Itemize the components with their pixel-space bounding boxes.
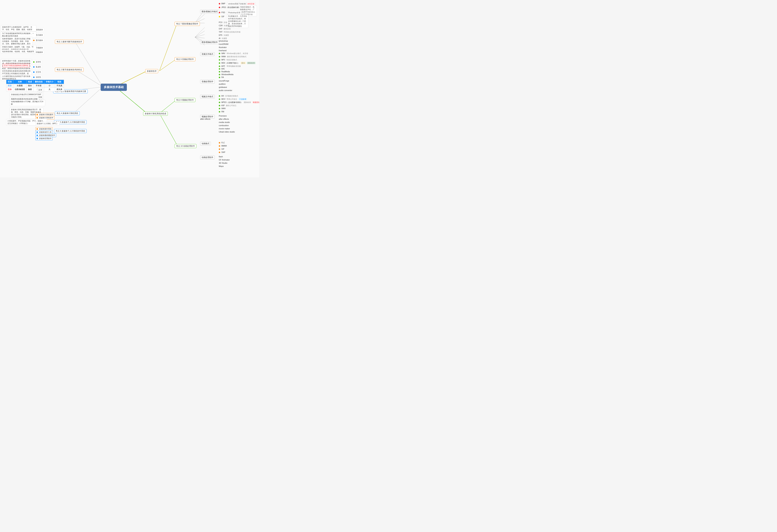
asw-gw: goldwave: [219, 86, 227, 88]
branch-kp6: 考点 6 多媒体个人计算机软件系统: [54, 129, 87, 133]
effects-label: after effects: [200, 118, 210, 120]
wmv-label: WMV: [221, 108, 226, 109]
transmit-media-label: 传输媒体: [36, 51, 43, 53]
fmt-psd: PSD: [219, 11, 225, 13]
cdr-desc: 矢量图: [224, 25, 229, 26]
dot-wmv: [219, 108, 220, 109]
wav-label: WAV: [221, 52, 225, 55]
af-rm: RealMedia: [219, 71, 230, 73]
svg-line-9: [159, 113, 177, 145]
af-aiff: AIFF 苹果电脑标准音频: [219, 65, 241, 68]
sense-media-desc: 直接作用于人的感觉器官，如声音、文字、语音、声音、图像、图形、动画等: [1, 25, 36, 31]
branch-multimedia-comp: 多媒体计算机系统的组成: [143, 112, 168, 116]
area-main-label: 区别于传统信息媒体的主要特征: [3, 64, 29, 67]
cell-scale2: 易失真: [55, 88, 64, 91]
asw-3ds: 3D Studio: [219, 162, 227, 164]
interactive-label: 交互性: [36, 71, 41, 73]
dot-ra: [219, 77, 220, 78]
branch-kp7: 考点 7 图形/图像处理软件: [175, 22, 200, 26]
af-mmm: MMM4: [219, 145, 227, 147]
kp5-mpc-label: 多媒体个人计算机（MPC）: [35, 122, 60, 126]
kp2-interactive: 交互性: [32, 70, 42, 74]
kp4-hw: 多媒体计算机硬件: [35, 113, 54, 116]
center-node: 多媒体技术基础: [101, 84, 127, 91]
af-wav: WAV Windows默认格式，未压缩: [219, 52, 248, 55]
aiff-desc: 苹果电脑标准音频: [227, 65, 241, 67]
sw-photoshop: photoshop: [219, 40, 228, 42]
asw-gfa: GF Animator: [219, 159, 230, 161]
kp2-integrated: 集成性: [32, 65, 42, 69]
image-sw-label: 图形/图像处理软件: [200, 40, 219, 44]
svg-line-17: [195, 37, 205, 38]
branch-kp4: 考点 4 多媒体计算机系统: [55, 111, 80, 115]
image-file-format-label: 图形/图像文件格式: [200, 10, 219, 13]
kp6-cap-label: 多媒体素材捕捉软件: [39, 134, 55, 136]
table-row-image: 图像 信图/像素图 像素 丰富 大 易失真: [6, 88, 64, 91]
dot-blue: [33, 66, 34, 68]
bmp-note: 未经压缩: [246, 2, 255, 6]
dot-wav: [219, 53, 220, 54]
vf-rm: RM: [219, 111, 224, 113]
vsw-ae: after effects: [219, 118, 229, 120]
fmt-pcx: PCX 压缩: [219, 21, 227, 24]
cell-type1: 图形: [6, 84, 13, 88]
dot-kp6-app: [36, 138, 38, 139]
cell-scale1: 不失真: [55, 84, 64, 88]
dot-rm-a: [219, 71, 220, 73]
mind-map-canvas: 多媒体技术基础 多媒体技术 多媒体计算机系统的组成 考点 1 媒体与数字多媒体技…: [0, 0, 259, 177]
wma-label: WMA: [221, 56, 226, 58]
cell-compose2: 像素: [26, 88, 33, 91]
diverse-label: 多样性: [36, 61, 41, 63]
psd-label: PSD: [221, 11, 225, 13]
fmt-ai: AI 矢量图: [219, 37, 227, 40]
dot-blue3: [33, 77, 34, 78]
dot-wm: [219, 74, 220, 75]
vf-mpeg: MPEG（运动图像专家组） 国际标准 有损压缩: [219, 101, 259, 104]
asf-desc: 微软公司创立: [226, 105, 236, 106]
svg-line-16: [195, 34, 205, 37]
sense-media-label: 感觉媒体: [36, 29, 43, 31]
dot-flc: [219, 142, 220, 143]
mp3-label: MP3: [221, 59, 225, 61]
dot-kp6-cap: [36, 135, 38, 136]
aac-label: AAC: [221, 68, 225, 70]
svg-line-14: [195, 27, 205, 37]
dot-green: [33, 61, 34, 63]
dot-gif: [219, 16, 220, 17]
vsw-ms: media studio: [219, 121, 230, 123]
anim-format-section: 动画格式: [200, 142, 211, 145]
af-wm: WindowsMedia: [219, 74, 233, 76]
aiff-label: AIFF: [221, 65, 225, 67]
kp6-app: 多媒体应用软件: [35, 137, 52, 140]
dot-wma: [219, 56, 220, 58]
fmt-gif: GIF: [219, 16, 224, 17]
kp6-capture: 多媒体素材捕捉软件: [35, 133, 56, 137]
avi-desc: 音/视频交错格式: [225, 95, 238, 97]
cell-size1: 小: [44, 84, 55, 88]
asw-au: audition: [219, 83, 226, 85]
af-ra: RA: [219, 76, 224, 78]
kp6-tool: 多媒体创作工具: [35, 130, 52, 134]
col-compose: 组成: [26, 80, 33, 84]
af-mp3: MP3 有损压缩格式: [219, 59, 237, 61]
kp4-sw-label: 多媒体计算机软件: [39, 117, 53, 119]
mmm-label: MMM4: [221, 145, 227, 147]
cell-color1: 不丰富: [33, 84, 44, 88]
ai-desc: 矢量图: [222, 37, 227, 39]
af-aac: AAC: [219, 68, 225, 70]
gif-label: GIF: [221, 16, 224, 17]
dot-mpeg: [219, 102, 220, 103]
dot-mp3: [219, 59, 220, 61]
wma-desc: 微软课供的音乐应商格式: [227, 56, 246, 58]
branch-kp2: 考点 2 数字多媒体技术的特点: [55, 68, 84, 72]
tiff-desc: RGB的全彩格式/存储: [224, 31, 240, 33]
kp3-text: 文本: [37, 88, 43, 92]
audio-format-label: 音频文件格式: [200, 52, 215, 56]
asw-flash: flash: [219, 155, 223, 158]
mov-note: 工业标准: [238, 98, 247, 100]
table-row-graphic: 图形 矢量图 指令 不丰富 小 不失真: [6, 84, 64, 88]
ra-label: RA: [221, 76, 224, 78]
branch-kp1: 考点 1 媒体与数字多媒体技术: [55, 40, 84, 44]
branch-kp8: 考点 8 视频处理软件: [175, 98, 195, 102]
fmt-dxf: DXF 建筑蓝选: [219, 28, 231, 30]
